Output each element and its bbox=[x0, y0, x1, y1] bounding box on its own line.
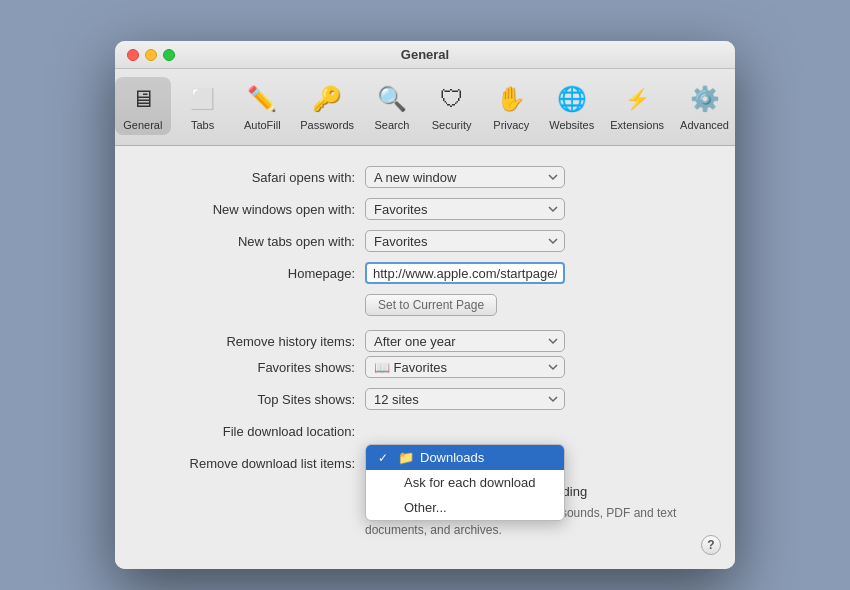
new-windows-label: New windows open with: bbox=[145, 202, 365, 217]
new-tabs-label: New tabs open with: bbox=[145, 234, 365, 249]
toolbar-label-search: Search bbox=[374, 119, 409, 131]
homepage-row: Homepage: bbox=[145, 262, 705, 284]
set-page-row: Set to Current Page bbox=[365, 294, 705, 316]
toolbar-item-tabs[interactable]: ⬜ Tabs bbox=[175, 77, 231, 135]
remove-history-select[interactable]: After one year bbox=[365, 330, 565, 352]
new-windows-select[interactable]: Favorites bbox=[365, 198, 565, 220]
toolbar-item-websites[interactable]: 🌐 Websites bbox=[543, 77, 600, 135]
remove-history-label: Remove history items: bbox=[145, 334, 365, 349]
advanced-icon: ⚙️ bbox=[687, 81, 723, 117]
favorites-shows-row: Favorites shows: 📖 Favorites bbox=[145, 356, 705, 378]
top-sites-select[interactable]: 12 sites bbox=[365, 388, 565, 410]
toolbar-item-security[interactable]: 🛡 Security bbox=[424, 77, 480, 135]
dropdown-menu: ✓ 📁 Downloads Ask for each download Othe… bbox=[365, 444, 565, 521]
toolbar-item-autofill[interactable]: ✏️ AutoFill bbox=[234, 77, 290, 135]
top-sites-row: Top Sites shows: 12 sites bbox=[145, 388, 705, 410]
favorites-shows-select[interactable]: 📖 Favorites bbox=[365, 356, 565, 378]
file-download-control: Downloads ✓ 📁 Downloads Ask for each dow… bbox=[365, 420, 705, 442]
tabs-icon: ⬜ bbox=[185, 81, 221, 117]
new-tabs-control: Favorites bbox=[365, 230, 705, 252]
window-title: General bbox=[401, 47, 449, 62]
dropdown-item-other[interactable]: Other... bbox=[366, 495, 564, 520]
toolbar-label-privacy: Privacy bbox=[493, 119, 529, 131]
content-area: Safari opens with: A new window New wind… bbox=[115, 146, 735, 569]
passwords-icon: 🔑 bbox=[309, 81, 345, 117]
file-download-row: File download location: Downloads ✓ 📁 Do… bbox=[145, 420, 705, 442]
websites-icon: 🌐 bbox=[554, 81, 590, 117]
dropdown-item-downloads-label: Downloads bbox=[420, 450, 484, 465]
toolbar-item-advanced[interactable]: ⚙️ Advanced bbox=[674, 77, 735, 135]
set-to-current-page-button[interactable]: Set to Current Page bbox=[365, 294, 497, 316]
extensions-icon: ⚡ bbox=[619, 81, 655, 117]
top-sites-control: 12 sites bbox=[365, 388, 705, 410]
close-button[interactable] bbox=[127, 49, 139, 61]
preferences-window: General 🖥 General ⬜ Tabs ✏️ AutoFill 🔑 P… bbox=[115, 41, 735, 569]
maximize-button[interactable] bbox=[163, 49, 175, 61]
toolbar-label-websites: Websites bbox=[549, 119, 594, 131]
dropdown-item-ask[interactable]: Ask for each download bbox=[366, 470, 564, 495]
toolbar-label-advanced: Advanced bbox=[680, 119, 729, 131]
dropdown-item-other-label: Other... bbox=[404, 500, 447, 515]
top-sites-label: Top Sites shows: bbox=[145, 392, 365, 407]
security-icon: 🛡 bbox=[434, 81, 470, 117]
homepage-control bbox=[365, 262, 705, 284]
file-download-label: File download location: bbox=[145, 424, 365, 439]
toolbar-label-extensions: Extensions bbox=[610, 119, 664, 131]
favorites-shows-control: 📖 Favorites bbox=[365, 356, 705, 378]
toolbar-label-general: General bbox=[123, 119, 162, 131]
safari-opens-label: Safari opens with: bbox=[145, 170, 365, 185]
remove-history-row: Remove history items: After one year bbox=[145, 330, 705, 352]
dropdown-item-ask-label: Ask for each download bbox=[404, 475, 536, 490]
homepage-input[interactable] bbox=[365, 262, 565, 284]
toolbar-label-autofill: AutoFill bbox=[244, 119, 281, 131]
autofill-icon: ✏️ bbox=[244, 81, 280, 117]
new-tabs-select[interactable]: Favorites bbox=[365, 230, 565, 252]
toolbar-label-security: Security bbox=[432, 119, 472, 131]
toolbar-item-passwords[interactable]: 🔑 Passwords bbox=[294, 77, 360, 135]
dropdown-item-downloads[interactable]: ✓ 📁 Downloads bbox=[366, 445, 564, 470]
toolbar-item-extensions[interactable]: ⚡ Extensions bbox=[604, 77, 670, 135]
toolbar-label-passwords: Passwords bbox=[300, 119, 354, 131]
safari-opens-select[interactable]: A new window bbox=[365, 166, 565, 188]
minimize-button[interactable] bbox=[145, 49, 157, 61]
new-windows-row: New windows open with: Favorites bbox=[145, 198, 705, 220]
titlebar: General bbox=[115, 41, 735, 69]
toolbar-item-general[interactable]: 🖥 General bbox=[115, 77, 171, 135]
new-windows-control: Favorites bbox=[365, 198, 705, 220]
safari-opens-row: Safari opens with: A new window bbox=[145, 166, 705, 188]
checkmark-icon: ✓ bbox=[378, 451, 388, 465]
remove-download-label: Remove download list items: bbox=[145, 456, 365, 471]
toolbar-label-tabs: Tabs bbox=[191, 119, 214, 131]
search-icon: 🔍 bbox=[374, 81, 410, 117]
folder-icon: 📁 bbox=[398, 450, 414, 465]
favorites-shows-label: Favorites shows: bbox=[145, 360, 365, 375]
toolbar: 🖥 General ⬜ Tabs ✏️ AutoFill 🔑 Passwords… bbox=[115, 69, 735, 146]
toolbar-item-search[interactable]: 🔍 Search bbox=[364, 77, 420, 135]
toolbar-item-privacy[interactable]: ✋ Privacy bbox=[483, 77, 539, 135]
safari-opens-control: A new window bbox=[365, 166, 705, 188]
privacy-icon: ✋ bbox=[493, 81, 529, 117]
new-tabs-row: New tabs open with: Favorites bbox=[145, 230, 705, 252]
traffic-lights bbox=[127, 49, 175, 61]
help-button[interactable]: ? bbox=[701, 535, 721, 555]
homepage-label: Homepage: bbox=[145, 266, 365, 281]
remove-history-control: After one year bbox=[365, 330, 705, 352]
general-icon: 🖥 bbox=[125, 81, 161, 117]
